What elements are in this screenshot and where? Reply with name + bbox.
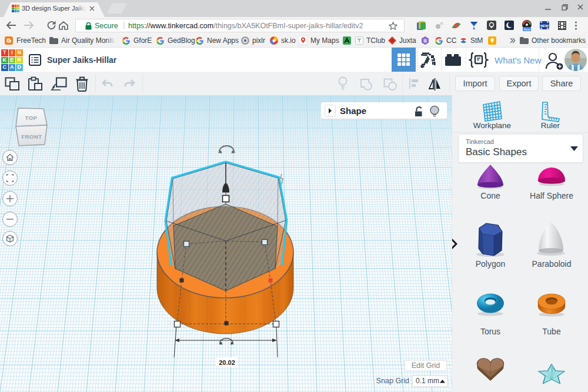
svg-text:0.1 mm: 0.1 mm [416, 377, 439, 385]
svg-text:NEW: NEW [540, 24, 549, 28]
svg-text:Shape: Shape [340, 106, 366, 116]
svg-text:Snap Grid: Snap Grid [376, 377, 409, 385]
svg-text:FRONT: FRONT [21, 133, 42, 140]
svg-text:TOP: TOP [25, 115, 38, 121]
svg-text:S: S [424, 39, 427, 43]
svg-text:New: New [523, 28, 530, 31]
svg-text:Edit Grid: Edit Grid [412, 361, 440, 370]
svg-text:20.02: 20.02 [219, 359, 235, 366]
